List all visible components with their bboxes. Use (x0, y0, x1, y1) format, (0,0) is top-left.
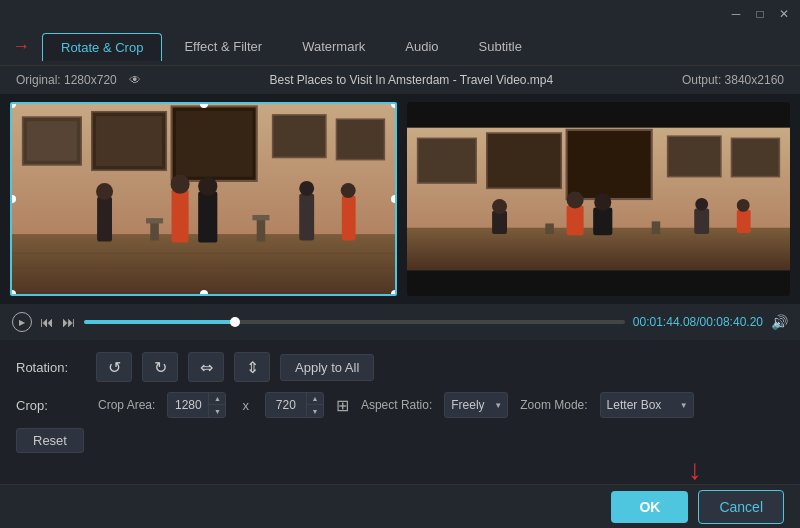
prev-frame-button[interactable]: ⏮ (40, 314, 54, 330)
crop-height-input[interactable] (266, 398, 306, 412)
svg-rect-35 (668, 136, 721, 176)
crop-expand-icon[interactable]: ⊞ (336, 396, 349, 415)
crop-height-down-button[interactable]: ▼ (307, 405, 323, 417)
crop-width-input[interactable] (168, 398, 208, 412)
timeline[interactable] (84, 320, 625, 324)
crop-row: Crop: Crop Area: ▲ ▼ x ▲ ▼ ⊞ Aspect Rati… (16, 392, 784, 418)
crop-width-up-button[interactable]: ▲ (209, 393, 225, 405)
title-bar: ─ □ ✕ (0, 0, 800, 28)
video-preview-right (407, 102, 790, 296)
rotate-left-button[interactable]: ↺ (96, 352, 132, 382)
video-preview-left (10, 102, 397, 296)
aspect-ratio-select[interactable]: Freely 16:9 4:3 1:1 9:16 (444, 392, 508, 418)
eye-icon[interactable]: 👁 (129, 73, 141, 87)
red-arrow-down-indicator: ↓ (688, 456, 702, 484)
svg-point-17 (171, 175, 190, 194)
crop-handle-bl[interactable] (10, 290, 16, 296)
svg-rect-7 (27, 121, 77, 160)
flip-vertical-button[interactable]: ⇕ (234, 352, 270, 382)
tab-watermark[interactable]: Watermark (284, 33, 383, 60)
minimize-button[interactable]: ─ (728, 6, 744, 22)
svg-rect-45 (737, 210, 751, 233)
cancel-button[interactable]: Cancel (698, 490, 784, 524)
svg-point-15 (96, 183, 113, 200)
aspect-ratio-select-wrap: Freely 16:9 4:3 1:1 9:16 (444, 392, 508, 418)
svg-rect-34 (567, 130, 652, 199)
svg-point-46 (737, 199, 750, 212)
controls-panel: Rotation: ↺ ↻ ⇔ ⇕ Apply to All Crop: Cro… (0, 340, 800, 465)
svg-point-40 (567, 192, 584, 209)
preview-area (0, 94, 800, 304)
close-button[interactable]: ✕ (776, 6, 792, 22)
svg-rect-26 (150, 221, 159, 240)
red-arrow-indicator: → (12, 36, 30, 57)
crop-label: Crop: (16, 398, 86, 413)
crop-height-up-button[interactable]: ▲ (307, 393, 323, 405)
playback-bar: ▶ ⏮ ⏭ 00:01:44.08/00:08:40.20 🔊 (0, 304, 800, 340)
svg-rect-28 (407, 102, 790, 128)
ok-button[interactable]: OK (611, 491, 688, 523)
crop-handle-tr[interactable] (391, 102, 397, 108)
filename-label: Best Places to Visit In Amsterdam - Trav… (269, 73, 553, 87)
svg-rect-16 (172, 189, 189, 242)
svg-rect-11 (176, 111, 253, 177)
svg-point-19 (198, 177, 217, 196)
crop-handle-bm[interactable] (200, 290, 208, 296)
svg-rect-22 (342, 196, 356, 241)
rotation-row: Rotation: ↺ ↻ ⇔ ⇕ Apply to All (16, 352, 784, 382)
output-resolution: Output: 3840x2160 (682, 73, 784, 87)
timeline-progress (84, 320, 235, 324)
time-display: 00:01:44.08/00:08:40.20 (633, 315, 763, 329)
svg-point-21 (299, 181, 314, 196)
maximize-button[interactable]: □ (752, 6, 768, 22)
svg-rect-27 (146, 218, 163, 223)
svg-rect-2 (12, 234, 395, 294)
svg-rect-25 (252, 215, 269, 220)
crop-height-input-group: ▲ ▼ (265, 392, 324, 418)
crop-width-input-group: ▲ ▼ (167, 392, 226, 418)
play-button[interactable]: ▶ (12, 312, 32, 332)
next-frame-button[interactable]: ⏭ (62, 314, 76, 330)
crop-handle-br[interactable] (391, 290, 397, 296)
svg-rect-37 (492, 211, 507, 234)
crop-width-down-button[interactable]: ▼ (209, 405, 225, 417)
svg-rect-29 (407, 270, 790, 296)
svg-rect-48 (545, 223, 554, 234)
x-separator: x (242, 398, 249, 413)
svg-point-44 (695, 198, 708, 211)
reset-row: Reset (16, 428, 784, 453)
tab-audio[interactable]: Audio (387, 33, 456, 60)
svg-rect-39 (567, 205, 584, 235)
zoom-mode-select-wrap: Letter Box Pan & Scan Full (600, 392, 694, 418)
timeline-thumb[interactable] (230, 317, 240, 327)
volume-icon[interactable]: 🔊 (771, 314, 788, 330)
svg-point-23 (341, 183, 356, 198)
reset-button[interactable]: Reset (16, 428, 84, 453)
svg-rect-43 (694, 209, 709, 235)
svg-rect-41 (593, 208, 612, 236)
rotate-right-button[interactable]: ↻ (142, 352, 178, 382)
crop-handle-mr[interactable] (391, 195, 397, 203)
svg-rect-14 (97, 197, 112, 242)
svg-rect-33 (487, 133, 561, 188)
tabs-bar: → Rotate & Crop Effect & Filter Watermar… (0, 28, 800, 66)
tab-rotate-crop[interactable]: Rotate & Crop (42, 33, 162, 61)
apply-to-all-button[interactable]: Apply to All (280, 354, 374, 381)
svg-rect-9 (96, 116, 162, 166)
tab-effect-filter[interactable]: Effect & Filter (166, 33, 280, 60)
tab-subtitle[interactable]: Subtitle (461, 33, 540, 60)
svg-rect-24 (257, 218, 266, 241)
svg-rect-12 (273, 115, 326, 158)
svg-point-38 (492, 199, 507, 214)
zoom-mode-label: Zoom Mode: (520, 398, 587, 412)
flip-horizontal-button[interactable]: ⇔ (188, 352, 224, 382)
crop-area-label: Crop Area: (98, 398, 155, 412)
svg-rect-47 (652, 221, 661, 234)
svg-rect-20 (299, 194, 314, 241)
svg-rect-32 (418, 138, 477, 183)
aspect-ratio-label: Aspect Ratio: (361, 398, 432, 412)
bottom-bar: OK Cancel (0, 484, 800, 528)
zoom-mode-select[interactable]: Letter Box Pan & Scan Full (600, 392, 694, 418)
svg-rect-36 (731, 138, 779, 176)
svg-rect-13 (336, 119, 384, 159)
